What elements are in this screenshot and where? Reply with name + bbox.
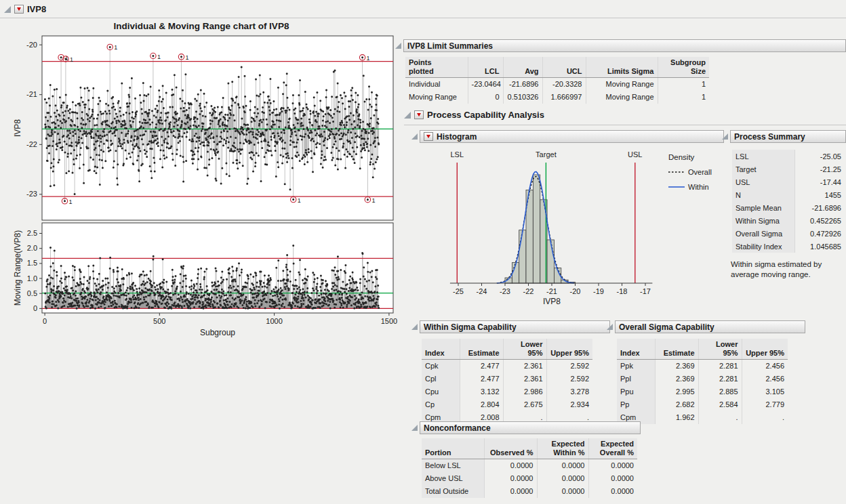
within-sigma-header: Within Sigma Capability xyxy=(411,320,610,333)
table-cell: -17.44 xyxy=(794,175,845,188)
table-cell: 1455 xyxy=(794,188,845,201)
table-cell: 2.456 xyxy=(742,373,788,385)
table-cell: 2.675 xyxy=(503,398,546,411)
table-cell: -21.6896 xyxy=(503,78,542,91)
disclosure-triangle-icon[interactable] xyxy=(4,6,11,13)
disclosure-triangle-icon[interactable] xyxy=(722,133,728,140)
table-cell: 2.779 xyxy=(742,398,788,411)
red-triangle-menu-button[interactable] xyxy=(14,5,24,14)
table-cell: 0.0000 xyxy=(484,485,537,498)
table-row: Individual-23.0464-21.6896-20.3328Moving… xyxy=(405,78,709,91)
table-cell: Below LSL xyxy=(422,459,484,472)
svg-text:2.0: 2.0 xyxy=(27,244,37,252)
table-cell: 2.885 xyxy=(698,385,742,398)
column-header: Upper 95% xyxy=(546,339,592,360)
table-cell: Cp xyxy=(422,398,460,411)
svg-text:1: 1 xyxy=(114,44,117,51)
table-cell: Above USL xyxy=(422,472,484,485)
table-cell: N xyxy=(732,188,794,201)
table-cell: 2.477 xyxy=(460,373,503,385)
svg-text:1500: 1500 xyxy=(381,317,397,325)
column-header: Avg xyxy=(503,57,542,78)
table-cell: LSL xyxy=(732,150,794,163)
histogram-title-bar[interactable]: Histogram xyxy=(420,130,724,143)
svg-text:-21: -21 xyxy=(26,90,37,98)
process-summary-table: LSL-25.05Target-21.25USL-17.44N1455Sampl… xyxy=(732,150,845,253)
svg-text:-24: -24 xyxy=(477,287,487,295)
disclosure-triangle-icon[interactable] xyxy=(411,133,418,140)
svg-text:USL: USL xyxy=(628,150,642,159)
table-cell: Moving Range xyxy=(405,91,468,104)
table-cell: 2.682 xyxy=(655,398,698,411)
within-sigma-title-bar[interactable]: Within Sigma Capability xyxy=(420,320,610,333)
column-header: ExpectedOverall % xyxy=(588,438,637,459)
individual-moving-range-chart[interactable]: 111111111-20-21-22-2300.51.01.52.02.5050… xyxy=(0,31,403,344)
disclosure-triangle-icon[interactable] xyxy=(395,43,401,49)
disclosure-triangle-icon[interactable] xyxy=(404,112,411,119)
table-cell: 0.0000 xyxy=(537,472,588,485)
overall-sigma-table: IndexEstimateLower 95%Upper 95%Ppk2.3692… xyxy=(617,339,788,424)
column-header: Pointsplotted xyxy=(405,57,468,78)
limit-summaries-header: IVP8 Limit Summaries xyxy=(395,39,846,52)
table-cell: 0.452265 xyxy=(794,214,845,227)
table-cell: Ppl xyxy=(617,373,655,385)
limit-summaries-title-bar[interactable]: IVP8 Limit Summaries xyxy=(403,39,846,52)
table-cell: Target xyxy=(732,163,794,175)
table-cell: 0.0000 xyxy=(537,459,588,472)
svg-text:-21: -21 xyxy=(546,287,557,295)
table-row: Pp2.6822.5842.779 xyxy=(617,398,788,411)
svg-text:-22: -22 xyxy=(523,287,534,295)
table-cell: 0.0000 xyxy=(484,459,537,472)
svg-text:-17: -17 xyxy=(640,287,651,295)
overall-sigma-title: Overall Sigma Capability xyxy=(619,322,714,332)
table-cell: 0.472926 xyxy=(794,227,845,240)
column-header: Estimate xyxy=(655,339,698,360)
column-header: Limits Sigma xyxy=(586,57,658,78)
report-outline-header: IVP8 xyxy=(4,4,46,14)
svg-text:-25: -25 xyxy=(453,287,464,295)
table-header-row: IndexEstimateLower 95%Upper 95% xyxy=(617,339,788,360)
svg-text:1: 1 xyxy=(69,198,73,205)
table-row: Total Outside0.00000.00000.0000 xyxy=(422,485,637,498)
table-cell: 2.934 xyxy=(546,398,592,411)
table-cell: 0.510326 xyxy=(503,91,542,104)
svg-text:1000: 1000 xyxy=(266,317,282,325)
table-cell: Pp xyxy=(617,398,655,411)
table-cell: 1 xyxy=(658,78,709,91)
disclosure-triangle-icon[interactable] xyxy=(411,324,418,330)
column-header: Portion xyxy=(422,438,484,459)
svg-text:1.0: 1.0 xyxy=(27,274,37,282)
svg-text:-20: -20 xyxy=(570,287,581,295)
nonconformance-title-bar[interactable]: Nonconformance xyxy=(420,421,641,434)
table-cell: 2.804 xyxy=(460,398,503,411)
table-row: LSL-25.05 xyxy=(732,150,845,163)
capability-histogram[interactable]: LSLTargetUSL-25-24-23-22-21-20-19-18-17I… xyxy=(427,146,725,309)
table-row: Ppk2.3692.2812.456 xyxy=(617,360,788,373)
table-cell: -23.0464 xyxy=(468,78,503,91)
table-row: Sample Mean-21.6896 xyxy=(732,201,845,214)
svg-text:Subgroup: Subgroup xyxy=(200,328,235,337)
svg-text:Within: Within xyxy=(688,183,709,191)
limit-summaries-title: IVP8 Limit Summaries xyxy=(407,41,493,51)
red-triangle-menu-button[interactable] xyxy=(424,132,433,141)
table-row: USL-17.44 xyxy=(732,175,845,188)
table-row: N1455 xyxy=(732,188,845,201)
red-triangle-menu-button[interactable] xyxy=(414,110,424,119)
nonconformance-header: Nonconformance xyxy=(411,421,641,434)
process-summary-title-bar[interactable]: Process Summary xyxy=(730,130,846,143)
table-cell: . xyxy=(698,411,742,424)
disclosure-triangle-icon[interactable] xyxy=(411,425,418,431)
svg-text:LSL: LSL xyxy=(451,150,464,159)
table-cell: Ppk xyxy=(617,360,655,373)
table-cell: Cpl xyxy=(422,373,460,385)
column-header: Estimate xyxy=(460,339,503,360)
disclosure-triangle-icon[interactable] xyxy=(607,324,613,330)
overall-sigma-title-bar[interactable]: Overall Sigma Capability xyxy=(615,320,805,333)
svg-text:-19: -19 xyxy=(593,287,604,295)
table-row: Cpk2.4772.3612.592 xyxy=(422,360,592,373)
table-cell: 2.361 xyxy=(503,360,546,373)
within-sigma-title: Within Sigma Capability xyxy=(424,322,517,332)
table-row: Ppu2.9952.8853.105 xyxy=(617,385,788,398)
table-cell: Within Sigma xyxy=(732,214,794,227)
table-row: Target-21.25 xyxy=(732,163,845,175)
